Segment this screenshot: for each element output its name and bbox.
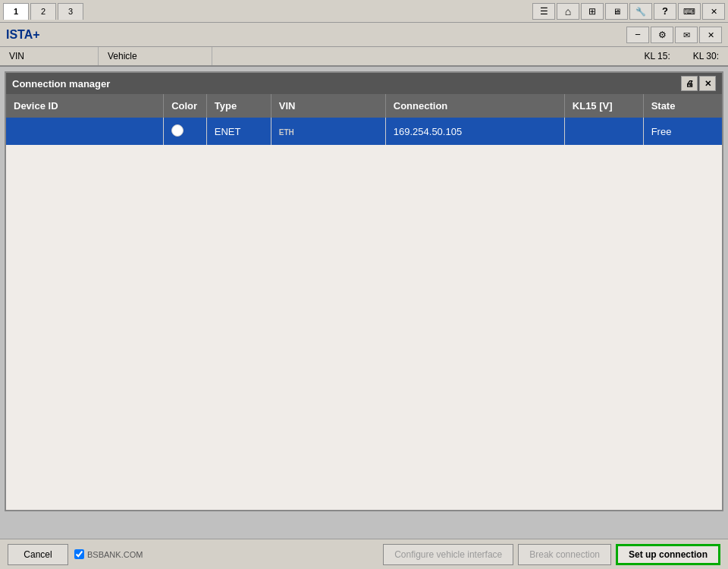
table-header-row: Device ID Color Type VIN Connection KL15… (6, 94, 722, 118)
title-bar: 1 2 3 (0, 0, 728, 23)
col-device-id: Device ID (6, 94, 164, 118)
app-header-icons (626, 27, 722, 43)
cell-connection: 169.254.50.105 (385, 118, 564, 145)
cell-state: Free (643, 118, 722, 145)
app-mail-icon[interactable] (675, 27, 698, 43)
nav-status: KL 15: KL 30: (635, 47, 729, 65)
kl15-label: KL 15: (645, 51, 670, 61)
col-kl15: KL15 [V] (564, 94, 643, 118)
cell-vin: ETH (271, 118, 385, 145)
cancel-button[interactable]: Cancel (8, 544, 68, 565)
titlebar-close-button[interactable] (702, 3, 725, 20)
dialog-print-icon[interactable] (681, 76, 698, 91)
setup-connection-button[interactable]: Set up connection (616, 544, 720, 565)
kl30-label: KL 30: (693, 51, 719, 61)
keyboard-icon[interactable] (678, 3, 701, 20)
cell-color (164, 118, 207, 145)
main-area: Connection manager Device ID Color Type … (0, 67, 728, 539)
title-bar-icons (532, 3, 725, 20)
home-icon[interactable] (557, 3, 579, 20)
app-gear-icon[interactable] (651, 27, 673, 43)
app-title: ISTA+ (6, 28, 40, 42)
col-type: Type (206, 94, 271, 118)
title-bar-tabs: 1 2 3 (3, 3, 83, 20)
list-icon[interactable] (532, 3, 555, 20)
connection-table: Device ID Color Type VIN Connection KL15… (6, 94, 722, 145)
monitor-icon[interactable] (605, 3, 628, 20)
configure-vehicle-button[interactable]: Configure vehicle interface (383, 544, 513, 565)
col-state: State (643, 94, 722, 118)
app-minimize-icon[interactable] (626, 27, 649, 43)
col-color: Color (164, 94, 207, 118)
bsbank-checkbox[interactable] (74, 549, 84, 559)
cell-device-id (6, 118, 164, 145)
tab-3[interactable]: 3 (58, 3, 83, 20)
nav-bar: VIN Vehicle KL 15: KL 30: (0, 47, 728, 67)
app-close-button[interactable] (699, 27, 722, 43)
eth-badge: ETH (279, 128, 294, 137)
table-row[interactable]: ENET ETH 169.254.50.105 Free (6, 118, 722, 145)
app-header: ISTA+ (0, 23, 728, 47)
button-group: Configure vehicle interface Break connec… (383, 544, 720, 565)
tab-2[interactable]: 2 (30, 3, 56, 20)
break-connection-button[interactable]: Break connection (518, 544, 611, 565)
grid-icon[interactable] (581, 3, 604, 20)
dialog-close-button[interactable] (699, 76, 716, 91)
col-vin: VIN (271, 94, 385, 118)
checkbox-label: BSBANK.COM (87, 550, 143, 559)
dialog-title: Connection manager (12, 78, 110, 90)
connection-manager-dialog: Connection manager Device ID Color Type … (5, 71, 723, 511)
wrench-icon[interactable] (629, 3, 652, 20)
dialog-title-icons (681, 76, 716, 91)
cell-kl15 (564, 118, 643, 145)
cell-type: ENET (206, 118, 271, 145)
col-connection: Connection (385, 94, 564, 118)
bottom-bar: Cancel BSBANK.COM Configure vehicle inte… (0, 539, 728, 569)
question-icon[interactable] (654, 3, 676, 20)
nav-vehicle[interactable]: Vehicle (99, 47, 212, 65)
tab-1[interactable]: 1 (3, 3, 29, 20)
checkbox-area: BSBANK.COM (74, 549, 143, 559)
color-indicator (171, 124, 184, 137)
dialog-title-bar: Connection manager (6, 73, 722, 94)
nav-vin[interactable]: VIN (0, 47, 99, 65)
